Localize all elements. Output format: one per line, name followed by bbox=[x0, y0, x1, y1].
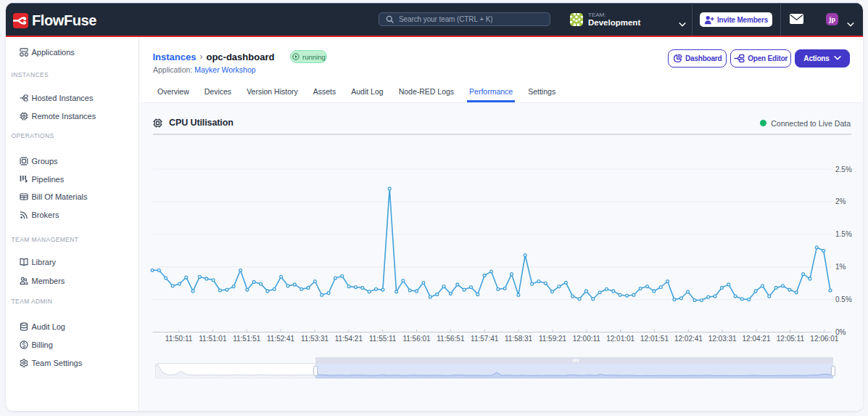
svg-text:12:04:21: 12:04:21 bbox=[743, 335, 771, 343]
svg-text:2.5%: 2.5% bbox=[835, 166, 852, 174]
svg-text:12:06:01: 12:06:01 bbox=[810, 335, 838, 343]
svg-text:11:51:01: 11:51:01 bbox=[199, 335, 227, 343]
svg-text:11:59:21: 11:59:21 bbox=[539, 335, 567, 343]
svg-text:12:02:41: 12:02:41 bbox=[674, 335, 703, 343]
svg-text:1%: 1% bbox=[835, 263, 846, 271]
svg-text:12:00:11: 12:00:11 bbox=[573, 335, 601, 343]
svg-text:12:05:11: 12:05:11 bbox=[777, 335, 805, 343]
svg-text:0.5%: 0.5% bbox=[835, 295, 852, 303]
svg-text:11:51:51: 11:51:51 bbox=[233, 335, 261, 343]
svg-text:1.5%: 1.5% bbox=[835, 230, 852, 238]
svg-text:11:54:21: 11:54:21 bbox=[335, 335, 363, 343]
svg-text:12:01:01: 12:01:01 bbox=[606, 335, 635, 343]
svg-text:11:52:41: 11:52:41 bbox=[267, 335, 295, 343]
svg-text:11:56:51: 11:56:51 bbox=[437, 335, 465, 343]
svg-text:11:57:41: 11:57:41 bbox=[471, 335, 499, 343]
svg-text:12:03:31: 12:03:31 bbox=[708, 335, 737, 343]
svg-text:2%: 2% bbox=[835, 197, 846, 205]
svg-text:11:53:31: 11:53:31 bbox=[301, 335, 329, 343]
svg-text:11:56:01: 11:56:01 bbox=[402, 335, 431, 343]
svg-text:11:55:11: 11:55:11 bbox=[369, 335, 397, 343]
svg-text:0%: 0% bbox=[835, 328, 846, 336]
svg-text:11:50:11: 11:50:11 bbox=[165, 335, 193, 343]
svg-text:12:01:51: 12:01:51 bbox=[640, 335, 669, 343]
svg-text:11:58:31: 11:58:31 bbox=[505, 335, 533, 343]
